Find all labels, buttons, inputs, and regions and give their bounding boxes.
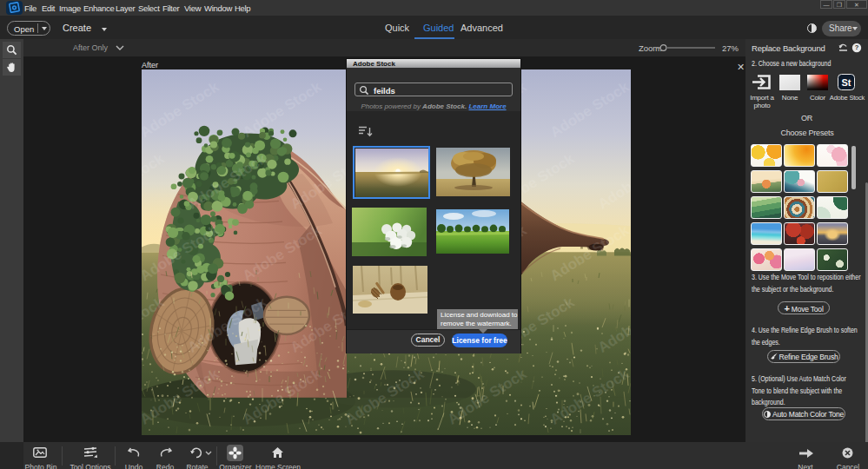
svg-text:?: ? (855, 43, 859, 51)
